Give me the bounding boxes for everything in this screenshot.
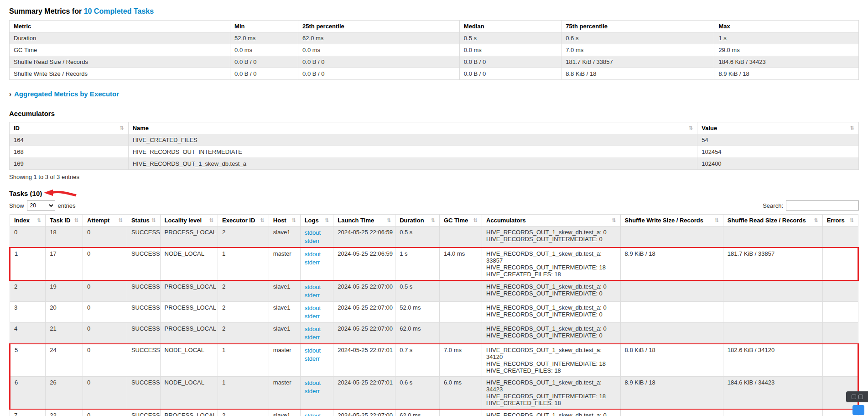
overlay-icon[interactable] — [858, 395, 863, 399]
tasks-table-body: 0180SUCCESSPROCESS_LOCAL2slave1stdoutstd… — [10, 226, 858, 416]
cell-shuffle-read — [723, 226, 822, 248]
search-input[interactable] — [786, 200, 859, 211]
cell-duration: 62.0 ms — [395, 409, 440, 416]
column-header[interactable]: Status⇅ — [127, 215, 160, 226]
screenshot-overlay-button[interactable] — [852, 405, 864, 415]
cell-gc-time — [439, 226, 482, 248]
stdout-link[interactable]: stdout — [305, 250, 329, 258]
page-length-select[interactable]: 20 — [27, 200, 55, 211]
stderr-link[interactable]: stderr — [305, 387, 329, 395]
cell-status: SUCCESS — [127, 302, 160, 323]
cell-shuffle-write: 8.9 KiB / 18 — [620, 377, 723, 410]
stdout-link[interactable]: stdout — [305, 412, 329, 416]
cell-shuffle-read — [723, 323, 822, 344]
summary-metrics-table: MetricMin25th percentileMedian75th perce… — [9, 20, 859, 80]
red-arrow-annotation — [44, 189, 77, 198]
sort-icon[interactable]: ⇅ — [209, 217, 213, 223]
sort-icon[interactable]: ⇅ — [37, 217, 41, 223]
sort-icon[interactable]: ⇅ — [473, 217, 478, 223]
sort-icon[interactable]: ⇅ — [120, 125, 124, 131]
sort-icon[interactable]: ⇅ — [260, 217, 265, 223]
column-header[interactable]: Logs⇅ — [300, 215, 333, 226]
sort-icon[interactable]: ⇅ — [715, 217, 719, 223]
cell-status: SUCCESS — [127, 226, 160, 248]
column-header[interactable]: Shuffle Read Size / Records⇅ — [723, 215, 822, 226]
cell-locality: PROCESS_LOCAL — [160, 302, 218, 323]
sort-icon[interactable]: ⇅ — [850, 125, 854, 131]
column-header[interactable]: Shuffle Write Size / Records⇅ — [620, 215, 723, 226]
stdout-link[interactable]: stdout — [305, 283, 329, 291]
sort-icon[interactable]: ⇅ — [612, 217, 616, 223]
column-label: Value — [702, 125, 717, 132]
summary-table-body: Duration52.0 ms62.0 ms0.5 s0.6 s1 sGC Ti… — [10, 32, 859, 80]
cell-host: slave1 — [269, 226, 300, 248]
stdout-link[interactable]: stdout — [305, 229, 329, 237]
completed-tasks-link[interactable]: 10 Completed Tasks — [84, 7, 154, 15]
cell-task-id: 18 — [46, 226, 83, 248]
cell-duration: 0.5 s — [395, 226, 440, 248]
sort-icon[interactable]: ⇅ — [151, 217, 156, 223]
stdout-link[interactable]: stdout — [305, 347, 329, 355]
cell-duration: 1 s — [395, 247, 440, 280]
stderr-link[interactable]: stderr — [305, 237, 329, 245]
column-label: Locality level — [165, 217, 202, 224]
column-header: 25th percentile — [298, 21, 460, 32]
sort-icon[interactable]: ⇅ — [74, 217, 78, 223]
stderr-link[interactable]: stderr — [305, 312, 329, 321]
tasks-table-controls: Show 20 entries Search: — [9, 200, 859, 211]
column-header[interactable]: Value⇅ — [697, 122, 859, 134]
column-header[interactable]: ID⇅ — [10, 122, 129, 134]
cell-gc-time — [439, 302, 482, 323]
task-row: 2190SUCCESSPROCESS_LOCAL2slave1stdoutstd… — [10, 280, 858, 302]
cell-logs: stdoutstderr — [300, 247, 333, 280]
summary-row: Shuffle Write Size / Records0.0 B / 00.0… — [10, 68, 859, 80]
cell: 168 — [10, 146, 129, 158]
cell-gc-time — [439, 280, 482, 302]
column-header[interactable]: Accumulators⇅ — [482, 215, 620, 226]
accumulator-row: 164HIVE_CREATED_FILES54 — [10, 134, 859, 146]
stderr-link[interactable]: stderr — [305, 355, 329, 363]
cell-launch-time: 2024-05-25 22:07:00 — [333, 409, 395, 416]
stderr-link[interactable]: stderr — [305, 258, 329, 267]
column-header[interactable]: Attempt⇅ — [83, 215, 127, 226]
stderr-link[interactable]: stderr — [305, 333, 329, 342]
column-header[interactable]: Host⇅ — [269, 215, 300, 226]
aggregated-metrics-toggle[interactable]: ›Aggregated Metrics by Executor — [9, 90, 859, 98]
stdout-link[interactable]: stdout — [305, 325, 329, 333]
column-header[interactable]: Index⇅ — [10, 215, 46, 226]
cell-task-id: 21 — [46, 323, 83, 344]
column-header[interactable]: Name⇅ — [128, 122, 697, 134]
sort-icon[interactable]: ⇅ — [119, 217, 123, 223]
cell: 0.6 s — [561, 32, 714, 44]
stdout-link[interactable]: stdout — [305, 304, 329, 312]
column-header[interactable]: Errors⇅ — [822, 215, 858, 226]
cell-errors — [822, 280, 858, 302]
column-header: 75th percentile — [561, 21, 714, 32]
sort-icon[interactable]: ⇅ — [850, 217, 854, 223]
stdout-link[interactable]: stdout — [305, 379, 329, 387]
column-header[interactable]: GC Time⇅ — [439, 215, 482, 226]
column-header: Metric — [10, 21, 230, 32]
column-header[interactable]: Duration⇅ — [395, 215, 440, 226]
column-header[interactable]: Launch Time⇅ — [333, 215, 395, 226]
cell-attempt: 0 — [83, 344, 127, 377]
sort-icon[interactable]: ⇅ — [387, 217, 391, 223]
column-label: Accumulators — [486, 217, 526, 224]
sort-icon[interactable]: ⇅ — [814, 217, 818, 223]
cell-attempt: 0 — [83, 247, 127, 280]
cell-attempt: 0 — [83, 377, 127, 410]
column-label: Metric — [14, 23, 31, 30]
sort-icon[interactable]: ⇅ — [291, 217, 296, 223]
sort-icon[interactable]: ⇅ — [431, 217, 435, 223]
column-label: Index — [14, 217, 30, 224]
cell-attempt: 0 — [83, 302, 127, 323]
screenshot-overlay-toolbar[interactable] — [846, 391, 868, 402]
column-header[interactable]: Locality level⇅ — [160, 215, 218, 226]
search-label: Search: — [763, 202, 783, 209]
sort-icon[interactable]: ⇅ — [689, 125, 693, 131]
stderr-link[interactable]: stderr — [305, 291, 329, 300]
column-header[interactable]: Task ID⇅ — [46, 215, 83, 226]
overlay-icon[interactable] — [852, 395, 856, 399]
sort-icon[interactable]: ⇅ — [325, 217, 329, 223]
column-header[interactable]: Executor ID⇅ — [218, 215, 269, 226]
